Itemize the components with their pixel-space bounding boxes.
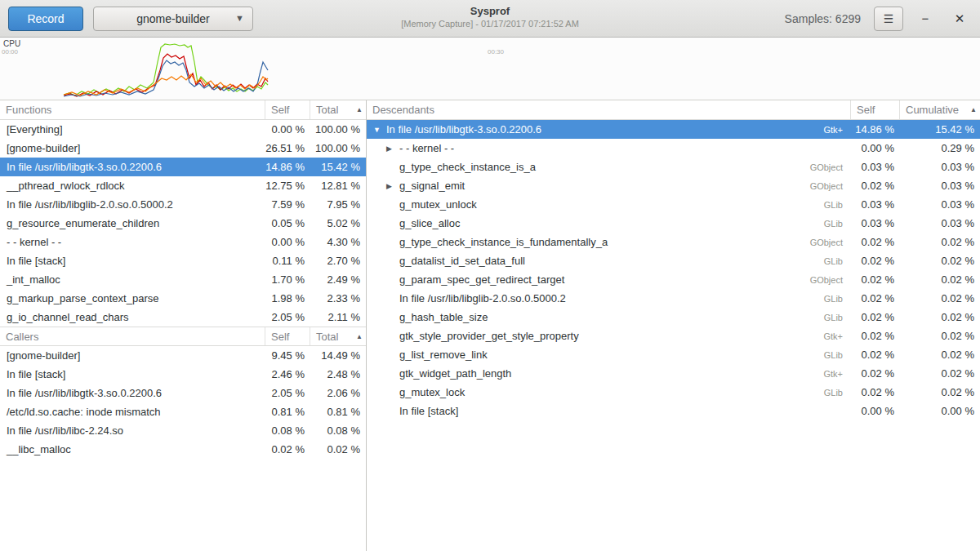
- cumulative-percent: 0.02 %: [900, 311, 980, 323]
- symbol-name: In file /usr/lib/libgtk-3.so.0.2200.6: [0, 387, 265, 399]
- descendant-row[interactable]: gtk_widget_path_lengthGtk+0.02 %0.02 %: [367, 364, 980, 383]
- symbol-name: g_mutex_lock: [399, 386, 465, 398]
- functions-self-column-header[interactable]: Self: [265, 100, 310, 119]
- function-row[interactable]: In file /usr/lib/libglib-2.0.so.0.5000.2…: [0, 195, 366, 214]
- caller-row[interactable]: In file /usr/lib/libc-2.24.so0.08 %0.08 …: [0, 421, 366, 440]
- window-title: Sysprof: [401, 5, 579, 17]
- minimize-button[interactable]: −: [913, 7, 938, 31]
- self-percent: 0.02 %: [851, 180, 900, 192]
- functions-self-header-label: Self: [271, 104, 289, 116]
- descendant-row[interactable]: ▶g_signal_emitGObject0.02 %0.03 %: [367, 176, 980, 195]
- descendant-row[interactable]: g_slice_allocGLib0.03 %0.03 %: [367, 214, 980, 233]
- function-row[interactable]: [Everything]0.00 %100.00 %: [0, 120, 366, 139]
- total-percent: 2.11 %: [310, 311, 366, 323]
- descendants-column-header[interactable]: Descendants: [367, 100, 851, 119]
- descendant-row[interactable]: g_list_remove_linkGLib0.02 %0.02 %: [367, 345, 980, 364]
- callers-self-column-header[interactable]: Self: [265, 327, 310, 345]
- descendant-row[interactable]: g_type_check_instance_is_fundamentally_a…: [367, 233, 980, 251]
- close-button[interactable]: ✕: [947, 7, 972, 31]
- symbol-name: /etc/ld.so.cache: inode mismatch: [0, 406, 265, 418]
- symbol-name: - - kernel - -: [399, 142, 454, 154]
- descendant-row[interactable]: g_param_spec_get_redirect_targetGObject0…: [367, 270, 980, 289]
- total-percent: 15.42 %: [310, 161, 366, 173]
- symbol-name: In file /usr/lib/libglib-2.0.so.0.5000.2: [0, 198, 265, 211]
- symbol-name: In file /usr/lib/libc-2.24.so: [0, 424, 265, 437]
- cpu-graph-label: CPU: [3, 39, 20, 48]
- cpu-graph-panel[interactable]: CPU 00:00 00:30: [0, 38, 980, 100]
- callers-column-header[interactable]: Callers: [0, 327, 265, 345]
- self-percent: 1.98 %: [265, 292, 310, 304]
- cumulative-percent: 0.02 %: [900, 367, 980, 380]
- callers-total-header-label: Total: [316, 331, 338, 343]
- expander-icon[interactable]: ▶: [386, 144, 399, 153]
- function-row[interactable]: _int_malloc1.70 %2.49 %: [0, 270, 366, 289]
- function-row[interactable]: g_resource_enumerate_children0.05 %5.02 …: [0, 214, 366, 233]
- function-row[interactable]: - - kernel - -0.00 %4.30 %: [0, 233, 366, 251]
- time-tick-mid: 00:30: [488, 48, 504, 56]
- symbol-name: g_markup_parse_context_parse: [0, 292, 265, 304]
- descendants-header-label: Descendants: [372, 104, 434, 116]
- caller-row[interactable]: In file /usr/lib/libgtk-3.so.0.2200.62.0…: [0, 384, 366, 402]
- self-percent: 26.51 %: [265, 142, 310, 154]
- headerbar-right: Samples: 6299 ☰ − ✕: [785, 7, 972, 31]
- function-row[interactable]: [gnome-builder]26.51 %100.00 %: [0, 139, 366, 158]
- symbol-name: In file [stack]: [399, 405, 458, 417]
- symbol-name: gtk_style_provider_get_style_property: [399, 330, 579, 342]
- callers-total-column-header[interactable]: Total ▲: [310, 327, 366, 345]
- total-percent: 2.06 %: [310, 387, 366, 399]
- menu-button[interactable]: ☰: [874, 7, 903, 31]
- descendant-row[interactable]: g_mutex_lockGLib0.02 %0.02 %: [367, 383, 980, 402]
- descendant-row[interactable]: In file [stack]0.00 %0.00 %: [367, 402, 980, 420]
- descendants-self-column-header[interactable]: Self: [851, 100, 900, 119]
- self-percent: 12.75 %: [265, 180, 310, 192]
- descendant-row[interactable]: gtk_style_provider_get_style_propertyGtk…: [367, 327, 980, 345]
- cumulative-percent: 0.00 %: [900, 405, 980, 417]
- self-percent: 0.02 %: [851, 273, 900, 286]
- total-percent: 2.48 %: [310, 368, 366, 380]
- function-row[interactable]: g_markup_parse_context_parse1.98 %2.33 %: [0, 289, 366, 308]
- self-percent: 0.08 %: [265, 424, 310, 437]
- total-percent: 4.30 %: [310, 236, 366, 248]
- library-tag: GObject: [810, 181, 851, 191]
- function-row[interactable]: In file [stack]0.11 %2.70 %: [0, 251, 366, 270]
- symbol-name: g_slice_alloc: [399, 217, 460, 229]
- samples-count: Samples: 6299: [785, 12, 861, 25]
- function-row[interactable]: In file /usr/lib/libgtk-3.so.0.2200.614.…: [0, 158, 366, 176]
- caller-row[interactable]: __libc_malloc0.02 %0.02 %: [0, 440, 366, 459]
- descendant-name-cell: g_datalist_id_set_data_fullGLib: [367, 255, 851, 267]
- record-button[interactable]: Record: [8, 7, 83, 31]
- functions-column-header[interactable]: Functions: [0, 100, 265, 119]
- descendant-row[interactable]: ▼In file /usr/lib/libgtk-3.so.0.2200.6Gt…: [367, 120, 980, 139]
- functions-total-column-header[interactable]: Total ▲: [310, 100, 366, 119]
- descendant-row[interactable]: g_datalist_id_set_data_fullGLib0.02 %0.0…: [367, 251, 980, 270]
- function-row[interactable]: __pthread_rwlock_rdlock12.75 %12.81 %: [0, 176, 366, 195]
- descendant-row[interactable]: g_type_check_instance_is_aGObject0.03 %0…: [367, 158, 980, 176]
- symbol-name: In file [stack]: [0, 255, 265, 267]
- descendant-name-cell: In file [stack]: [367, 405, 851, 417]
- expander-icon[interactable]: ▶: [386, 182, 399, 190]
- symbol-name: - - kernel - -: [0, 236, 265, 248]
- symbol-name: g_io_channel_read_chars: [0, 311, 265, 323]
- total-percent: 12.81 %: [310, 180, 366, 192]
- self-percent: 0.03 %: [851, 198, 900, 211]
- expander-icon[interactable]: ▼: [373, 126, 386, 134]
- descendant-row[interactable]: ▶- - kernel - -0.00 %0.29 %: [367, 139, 980, 158]
- self-percent: 0.02 %: [851, 311, 900, 323]
- self-percent: 0.05 %: [265, 217, 310, 229]
- self-percent: 7.59 %: [265, 198, 310, 211]
- caller-row[interactable]: [gnome-builder]9.45 %14.49 %: [0, 346, 366, 365]
- descendant-row[interactable]: g_hash_table_sizeGLib0.02 %0.02 %: [367, 308, 980, 327]
- descendant-row[interactable]: In file /usr/lib/libglib-2.0.so.0.5000.2…: [367, 289, 980, 308]
- self-percent: 9.45 %: [265, 349, 310, 362]
- cumulative-percent: 15.42 %: [900, 123, 980, 136]
- symbol-name: In file [stack]: [0, 368, 265, 380]
- total-percent: 0.02 %: [310, 443, 366, 455]
- descendants-cumulative-column-header[interactable]: Cumulative ▲: [900, 100, 980, 119]
- target-process-dropdown[interactable]: gnome-builder ▼: [93, 7, 253, 31]
- descendant-row[interactable]: g_mutex_unlockGLib0.03 %0.03 %: [367, 195, 980, 214]
- caller-row[interactable]: In file [stack]2.46 %2.48 %: [0, 365, 366, 384]
- function-row[interactable]: g_io_channel_read_chars2.05 %2.11 %: [0, 308, 366, 327]
- self-percent: 2.46 %: [265, 368, 310, 380]
- descendant-name-cell: g_list_remove_linkGLib: [367, 349, 851, 361]
- caller-row[interactable]: /etc/ld.so.cache: inode mismatch0.81 %0.…: [0, 402, 366, 421]
